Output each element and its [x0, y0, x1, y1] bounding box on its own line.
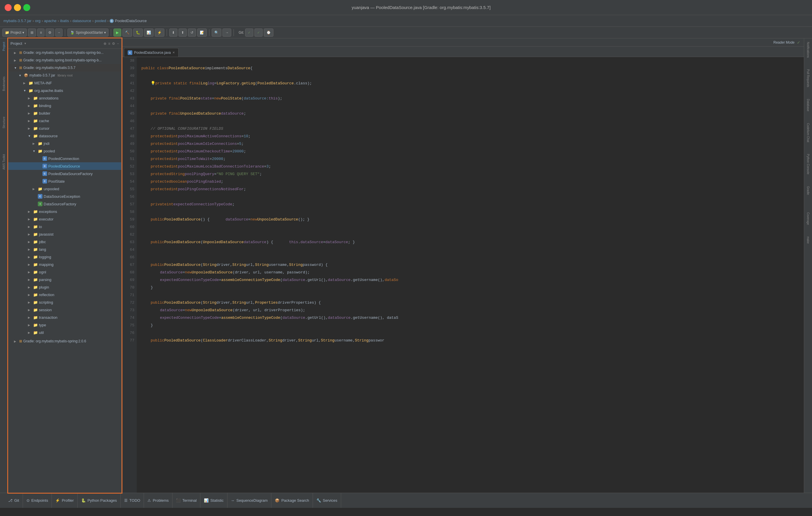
code-content[interactable]: public class PooledDataSource implements…	[137, 57, 804, 493]
coverage-button[interactable]: 📊	[144, 29, 153, 37]
status-git[interactable]: ⎇ Git	[5, 493, 23, 508]
status-statistic[interactable]: 📊 Statistic	[200, 493, 227, 508]
navigate-button[interactable]: →	[223, 29, 231, 37]
tree-item-annotations[interactable]: ▶ 📁 annotations	[8, 94, 121, 102]
tree-item-pooled[interactable]: ▼ 📁 pooled	[8, 147, 121, 155]
tree-item-util[interactable]: ▶ 📁 util	[8, 329, 121, 336]
breadcrumb-apache[interactable]: apache	[44, 19, 57, 23]
tree-item-transaction[interactable]: ▶ 📁 transaction	[8, 314, 121, 321]
tree-item-ognl[interactable]: ▶ 📁 ognl	[8, 268, 121, 276]
profile-button[interactable]: ⚡	[155, 29, 164, 37]
breadcrumb-mybatis[interactable]: mybatis-3.5.7.jar	[3, 19, 31, 23]
breadcrumb-ibatis[interactable]: ibatis	[60, 19, 69, 23]
search-button[interactable]: 🔍	[212, 29, 221, 37]
aws-icon[interactable]: AWS Toolkit	[1, 153, 7, 171]
minimize-button[interactable]	[14, 4, 21, 11]
status-todo[interactable]: ☰ TODO	[121, 493, 144, 508]
editor-tab-pooled[interactable]: C PooledDataSource.java ✕	[124, 48, 179, 57]
tree-item-datasource-factory[interactable]: ▶ I DataSourceFactory	[8, 200, 121, 208]
rs-make[interactable]: make	[805, 235, 811, 245]
tree-item-gradle-spring-boot[interactable]: ▶ ⊞ Gradle: org.mybatis.spring.boot:myba…	[8, 49, 121, 56]
tree-item-meta-inf[interactable]: ▶ 📁 META-INF	[8, 79, 121, 87]
status-package-search[interactable]: 📦 Package Search	[271, 493, 313, 508]
git-status-button[interactable]: ✓	[255, 29, 263, 37]
tree-item-logging[interactable]: ▶ 📁 logging	[8, 253, 121, 261]
rs-codelium-chat[interactable]: Codelium Chat	[805, 122, 811, 143]
tree-item-pooled-datasource[interactable]: ▶ C PooledDataSource	[8, 162, 121, 170]
reader-mode-check[interactable]: ✓	[797, 40, 801, 45]
tree-item-pooled-datasource-factory[interactable]: ▶ C PooledDataSourceFactory	[8, 170, 121, 177]
panel-hide-icon[interactable]: −	[117, 41, 119, 46]
tree-item-executor[interactable]: ▶ 📁 executor	[8, 215, 121, 223]
rs-database[interactable]: Database	[805, 98, 811, 113]
rs-python-console[interactable]: Python Console	[805, 153, 811, 176]
tree-item-parsing[interactable]: ▶ 📁 parsing	[8, 276, 121, 283]
tab-close-button[interactable]: ✕	[172, 51, 175, 54]
rs-notifications[interactable]: Notifications	[805, 41, 811, 59]
tree-item-type[interactable]: ▶ 📁 type	[8, 321, 121, 329]
tree-item-datasource[interactable]: ▼ 📁 datasource	[8, 132, 121, 140]
build-button[interactable]: 🔨	[122, 29, 132, 37]
git-push-button[interactable]: ⬆	[179, 29, 187, 37]
code-line-45: private final UnpooledDataSource dataSou…	[141, 110, 799, 117]
git-branch-button[interactable]: ⌚	[264, 29, 273, 37]
springboot-dropdown[interactable]: 🍃 SpringbootStarter ▾	[67, 29, 109, 37]
rs-pull-requests[interactable]: Pull Requests	[805, 68, 811, 88]
tree-item-javassist[interactable]: ▶ 📁 javassist	[8, 230, 121, 238]
tree-item-mybatis-root[interactable]: ▼ ⊞ Gradle: org.mybatis:mybatis:3.5.7	[8, 64, 121, 71]
tree-item-session[interactable]: ▶ 📁 session	[8, 306, 121, 314]
git-check-button[interactable]: ✓	[245, 29, 253, 37]
tree-item-gradle-spring[interactable]: ▶ ⊞ Gradle: org.mybatis.spring.boot:myba…	[8, 56, 121, 64]
project-icon[interactable]: Project	[1, 41, 7, 52]
tree-item-mapping[interactable]: ▶ 📁 mapping	[8, 261, 121, 268]
rs-coverage[interactable]: Coverage	[805, 211, 811, 226]
tree-item-gradle-spring-bottom[interactable]: ▶ ⊞ Gradle: org.mybatis:mybatis-spring:2…	[8, 337, 121, 345]
breadcrumb-org[interactable]: org	[35, 19, 40, 23]
tree-item-io[interactable]: ▶ 📁 io	[8, 223, 121, 230]
status-services[interactable]: 🔧 Services	[313, 493, 341, 508]
tree-item-pool-state[interactable]: ▶ C PoolState	[8, 177, 121, 185]
tree-item-pooled-connection[interactable]: ▶ C PooledConnection	[8, 155, 121, 162]
breadcrumb-pooled[interactable]: pooled	[95, 19, 106, 23]
tree-item-reflection[interactable]: ▶ 📁 reflection	[8, 291, 121, 298]
tree-item-scripting[interactable]: ▶ 📁 scripting	[8, 298, 121, 306]
tree-item-jdbc[interactable]: ▶ 📁 jdbc	[8, 238, 121, 246]
layout-button[interactable]: ⊞	[28, 29, 36, 37]
tree-item-unpooled[interactable]: ▶ 📁 unpooled	[8, 185, 121, 193]
git-update-button[interactable]: ⬇	[169, 29, 177, 37]
collapse-all-icon[interactable]: ≡	[108, 41, 110, 46]
status-terminal[interactable]: ⬛ Terminal	[172, 493, 200, 508]
status-profiler[interactable]: ⚡ Profiler	[52, 493, 77, 508]
maximize-button[interactable]	[23, 4, 30, 11]
tree-item-binding[interactable]: ▶ 📁 binding	[8, 102, 121, 109]
tree-item-jndi[interactable]: ▶ 📁 jndi	[8, 140, 121, 147]
collapse-button[interactable]: ≡	[37, 29, 45, 37]
tree-item-plugin[interactable]: ▶ 📁 plugin	[8, 283, 121, 291]
config-button[interactable]: ⚙	[46, 29, 54, 37]
tree-item-cursor[interactable]: ▶ 📁 cursor	[8, 124, 121, 132]
project-dropdown[interactable]: 📁 Project ▾	[2, 29, 27, 37]
tree-item-datasource-exception[interactable]: ▶ C DataSourceException	[8, 193, 121, 200]
tree-item-exceptions[interactable]: ▶ 📁 exceptions	[8, 208, 121, 215]
status-sequence-diagram[interactable]: ↔ SequenceDiagram	[227, 493, 272, 508]
breadcrumb-datasource[interactable]: datasource	[72, 19, 91, 23]
tree-item-jar[interactable]: ▼ 📦 mybatis-3.5.7.jar library root	[8, 71, 121, 79]
close-panel-button[interactable]: −	[55, 29, 62, 37]
status-endpoints[interactable]: ⊙ Endpoints	[23, 493, 52, 508]
run-button[interactable]: ▶	[113, 29, 121, 37]
rs-gradle[interactable]: Gradle	[805, 185, 811, 196]
structure-icon[interactable]: Structure	[1, 115, 7, 130]
tree-item-lang[interactable]: ▶ 📁 lang	[8, 246, 121, 253]
debug-button[interactable]: 🐛	[133, 29, 143, 37]
tree-item-org-apache[interactable]: ▼ 📁 org.apache.ibatis	[8, 87, 121, 94]
git-annotate-button[interactable]: 📝	[197, 29, 207, 37]
close-button[interactable]	[5, 4, 11, 11]
panel-settings-icon[interactable]: ⚙	[112, 41, 115, 46]
git-history-button[interactable]: ↺	[188, 29, 196, 37]
status-problems[interactable]: ⚠ Problems	[144, 493, 172, 508]
tree-item-cache[interactable]: ▶ 📁 cache	[8, 117, 121, 124]
status-python-packages[interactable]: 🐍 Python Packages	[78, 493, 121, 508]
tree-item-builder[interactable]: ▶ 📁 builder	[8, 109, 121, 117]
bookmarks-icon[interactable]: Bookmarks	[1, 75, 7, 92]
locate-icon[interactable]: ⊕	[104, 41, 107, 46]
